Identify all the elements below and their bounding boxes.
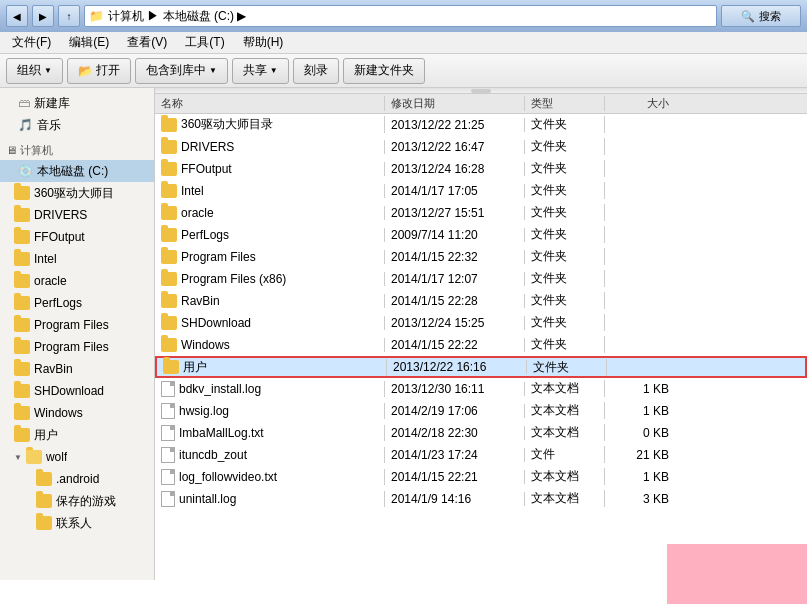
table-row[interactable]: SHDownload 2013/12/24 15:25 文件夹: [155, 312, 807, 334]
table-row[interactable]: PerfLogs 2009/7/14 11:20 文件夹: [155, 224, 807, 246]
table-row[interactable]: FFOutput 2013/12/24 16:28 文件夹: [155, 158, 807, 180]
sidebar-item-savedgames[interactable]: 保存的游戏: [0, 490, 154, 512]
sidebar-item-contacts[interactable]: 联系人: [0, 512, 154, 534]
burn-label: 刻录: [304, 62, 328, 79]
include-library-arrow: ▼: [209, 66, 217, 75]
table-row[interactable]: bdkv_install.log 2013/12/30 16:11 文本文档 1…: [155, 378, 807, 400]
triangle-icon: ▼: [14, 453, 22, 462]
table-row[interactable]: hwsig.log 2014/2/19 17:06 文本文档 1 KB: [155, 400, 807, 422]
address-bar[interactable]: 📁 计算机 ▶ 本地磁盘 (C:) ▶: [84, 5, 717, 27]
menu-tools[interactable]: 工具(T): [177, 32, 232, 53]
sidebar-item-programfiles1[interactable]: Program Files: [0, 314, 154, 336]
cell-type: 文本文档: [525, 402, 605, 419]
table-row[interactable]: 用户 2013/12/22 16:16 文件夹: [155, 356, 807, 378]
sidebar-item-windows[interactable]: Windows: [0, 402, 154, 424]
table-row[interactable]: oracle 2013/12/27 15:51 文件夹: [155, 202, 807, 224]
cell-type: 文件夹: [525, 248, 605, 265]
file-icon: [161, 469, 175, 485]
localdisk-icon: 💿: [18, 164, 33, 178]
organize-button[interactable]: 组织 ▼: [6, 58, 63, 84]
file-list[interactable]: 360驱动大师目录 2013/12/22 21:25 文件夹 DRIVERS 2…: [155, 114, 807, 580]
computer-icon: 🖥: [6, 144, 17, 156]
sidebar-item-ravbin[interactable]: RavBin: [0, 358, 154, 380]
table-row[interactable]: ituncdb_zout 2014/1/23 17:24 文件 21 KB: [155, 444, 807, 466]
table-row[interactable]: Intel 2014/1/17 17:05 文件夹: [155, 180, 807, 202]
cell-date: 2013/12/22 16:47: [385, 140, 525, 154]
table-row[interactable]: ImbaMallLog.txt 2014/2/18 22:30 文本文档 0 K…: [155, 422, 807, 444]
music-icon: 🎵: [18, 118, 33, 132]
burn-button[interactable]: 刻录: [293, 58, 339, 84]
share-button[interactable]: 共享 ▼: [232, 58, 289, 84]
sidebar-item-local-disk[interactable]: 💿 本地磁盘 (C:): [0, 160, 154, 182]
menu-help[interactable]: 帮助(H): [235, 32, 292, 53]
cell-type: 文件夹: [525, 270, 605, 287]
sidebar-item-shdownload[interactable]: SHDownload: [0, 380, 154, 402]
table-row[interactable]: log_followvideo.txt 2014/1/15 22:21 文本文档…: [155, 466, 807, 488]
table-row[interactable]: unintall.log 2014/1/9 14:16 文本文档 3 KB: [155, 488, 807, 510]
table-row[interactable]: DRIVERS 2013/12/22 16:47 文件夹: [155, 136, 807, 158]
sidebar-ravbin-label: RavBin: [34, 362, 73, 376]
header-size[interactable]: 大小: [605, 96, 675, 111]
filename: bdkv_install.log: [179, 382, 261, 396]
sidebar-item-perflogs[interactable]: PerfLogs: [0, 292, 154, 314]
new-folder-label: 新建文件夹: [354, 62, 414, 79]
sidebar-item-oracle[interactable]: oracle: [0, 270, 154, 292]
table-row[interactable]: 360驱动大师目录 2013/12/22 21:25 文件夹: [155, 114, 807, 136]
open-icon: 📂: [78, 64, 93, 78]
sidebar-savedgames-label: 保存的游戏: [56, 493, 116, 510]
filename: oracle: [181, 206, 214, 220]
cell-date: 2014/1/23 17:24: [385, 448, 525, 462]
menu-edit[interactable]: 编辑(E): [61, 32, 117, 53]
header-name[interactable]: 名称: [155, 96, 385, 111]
header-type[interactable]: 类型: [525, 96, 605, 111]
cell-date: 2013/12/22 16:16: [387, 360, 527, 374]
sidebar-item-music[interactable]: 🎵 音乐: [0, 114, 154, 136]
sidebar-item-android[interactable]: .android: [0, 468, 154, 490]
filename: FFOutput: [181, 162, 232, 176]
sidebar-item-intel[interactable]: Intel: [0, 248, 154, 270]
sidebar-item-users[interactable]: 用户: [0, 424, 154, 446]
sidebar-item-wolf[interactable]: ▼ wolf: [0, 446, 154, 468]
table-row[interactable]: RavBin 2014/1/15 22:28 文件夹: [155, 290, 807, 312]
sidebar-item-drivers[interactable]: DRIVERS: [0, 204, 154, 226]
folder-icon: [36, 494, 52, 508]
include-library-button[interactable]: 包含到库中 ▼: [135, 58, 228, 84]
organize-label: 组织: [17, 62, 41, 79]
open-button[interactable]: 📂 打开: [67, 58, 131, 84]
filename: PerfLogs: [181, 228, 229, 242]
file-list-header: 名称 修改日期 类型 大小: [155, 94, 807, 114]
menu-file[interactable]: 文件(F): [4, 32, 59, 53]
cell-type: 文件夹: [525, 226, 605, 243]
cell-type: 文件夹: [525, 314, 605, 331]
forward-button[interactable]: ▶: [32, 5, 54, 27]
filename: RavBin: [181, 294, 220, 308]
menu-view[interactable]: 查看(V): [119, 32, 175, 53]
sidebar-drivers-label: DRIVERS: [34, 208, 87, 222]
content-area: 名称 修改日期 类型 大小 360驱动大师目录 2013/12/22 21:25…: [155, 88, 807, 580]
cell-type: 文件夹: [525, 182, 605, 199]
table-row[interactable]: Windows 2014/1/15 22:22 文件夹: [155, 334, 807, 356]
search-button[interactable]: 🔍 搜索: [721, 5, 801, 27]
sidebar-item-ffoutput[interactable]: FFOutput: [0, 226, 154, 248]
sidebar-item-newlib[interactable]: 🗃 新建库: [0, 92, 154, 114]
up-button[interactable]: ↑: [58, 5, 80, 27]
computer-header[interactable]: 🖥 计算机: [0, 140, 154, 160]
cell-date: 2014/1/15 22:21: [385, 470, 525, 484]
table-row[interactable]: Program Files (x86) 2014/1/17 12:07 文件夹: [155, 268, 807, 290]
folder-icon: [14, 318, 30, 332]
back-button[interactable]: ◀: [6, 5, 28, 27]
folder-icon: [161, 316, 177, 330]
folder-icon: [163, 360, 179, 374]
sidebar-users-label: 用户: [34, 427, 58, 444]
sidebar-item-programfiles2[interactable]: Program Files: [0, 336, 154, 358]
sidebar-item-360[interactable]: 360驱动大师目: [0, 182, 154, 204]
cell-type: 文本文档: [525, 468, 605, 485]
header-date[interactable]: 修改日期: [385, 96, 525, 111]
table-row[interactable]: Program Files 2014/1/15 22:32 文件夹: [155, 246, 807, 268]
filename: ituncdb_zout: [179, 448, 247, 462]
new-folder-button[interactable]: 新建文件夹: [343, 58, 425, 84]
filename: SHDownload: [181, 316, 251, 330]
filename: 360驱动大师目录: [181, 116, 273, 133]
folder-icon: [161, 162, 177, 176]
cell-name: PerfLogs: [155, 228, 385, 242]
